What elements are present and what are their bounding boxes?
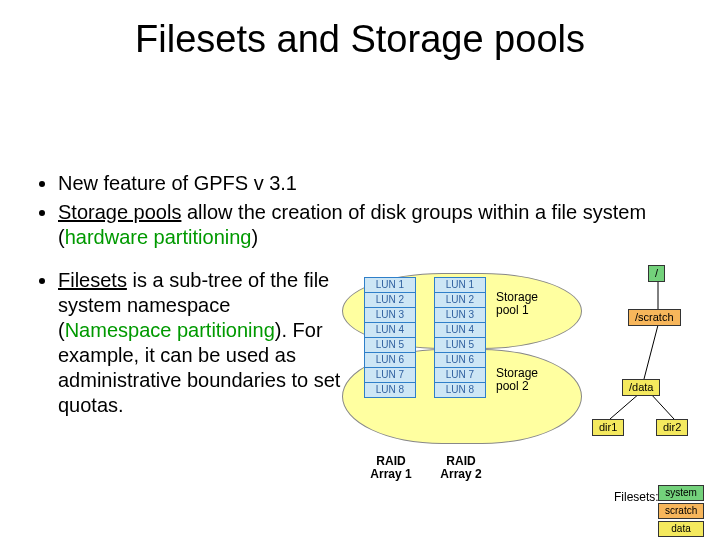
storage-pool-2-label: Storagepool 2 [496,367,538,393]
tree-data: /data [622,379,660,396]
diagram: LUN 1 LUN 2 LUN 3 LUN 4 LUN 5 LUN 6 LUN … [348,265,708,527]
legend-data: data [658,521,704,537]
tree-dir1: dir1 [592,419,624,436]
storage-pool-1-label: Storagepool 1 [496,291,538,317]
tree-scratch: /scratch [628,309,681,326]
lun-cell: LUN 2 [365,293,415,308]
lun-cell: LUN 8 [435,383,485,397]
bullet-3-term: Filesets [58,269,127,291]
bullet-2-close: ) [251,226,258,248]
lun-cell: LUN 5 [365,338,415,353]
bullet-3-green: Namespace partitioning [65,319,275,341]
tree-connectors [580,265,706,445]
lun-cell: LUN 5 [435,338,485,353]
legend-system: system [658,485,704,501]
lun-cell: LUN 7 [435,368,485,383]
raid-array-1: LUN 1 LUN 2 LUN 3 LUN 4 LUN 5 LUN 6 LUN … [364,277,416,398]
bullet-2-term: Storage pools [58,201,181,223]
lun-cell: LUN 1 [365,278,415,293]
lun-cell: LUN 7 [365,368,415,383]
lun-cell: LUN 2 [435,293,485,308]
filesets-label: Filesets: [614,491,659,504]
tree-root: / [648,265,665,282]
lun-cell: LUN 3 [365,308,415,323]
tree-dir2: dir2 [656,419,688,436]
lun-cell: LUN 6 [365,353,415,368]
raid-array-2-label: RAIDArray 2 [436,455,486,481]
lun-cell: LUN 1 [435,278,485,293]
svg-line-2 [610,393,640,419]
lun-cell: LUN 6 [435,353,485,368]
bullet-1: New feature of GPFS v 3.1 [58,171,684,196]
legend-scratch: scratch [658,503,704,519]
raid-array-2: LUN 1 LUN 2 LUN 3 LUN 4 LUN 5 LUN 6 LUN … [434,277,486,398]
raid-array-1-label: RAIDArray 1 [366,455,416,481]
bullet-3: Filesets is a sub-tree of the file syste… [58,268,348,418]
bullet-2: Storage pools allow the creation of disk… [58,200,684,250]
slide-title: Filesets and Storage pools [0,0,720,61]
bullet-2-green: hardware partitioning [65,226,252,248]
svg-line-1 [644,325,658,379]
svg-line-3 [650,393,674,419]
lun-cell: LUN 4 [365,323,415,338]
lun-cell: LUN 3 [435,308,485,323]
lun-cell: LUN 8 [365,383,415,397]
lun-cell: LUN 4 [435,323,485,338]
